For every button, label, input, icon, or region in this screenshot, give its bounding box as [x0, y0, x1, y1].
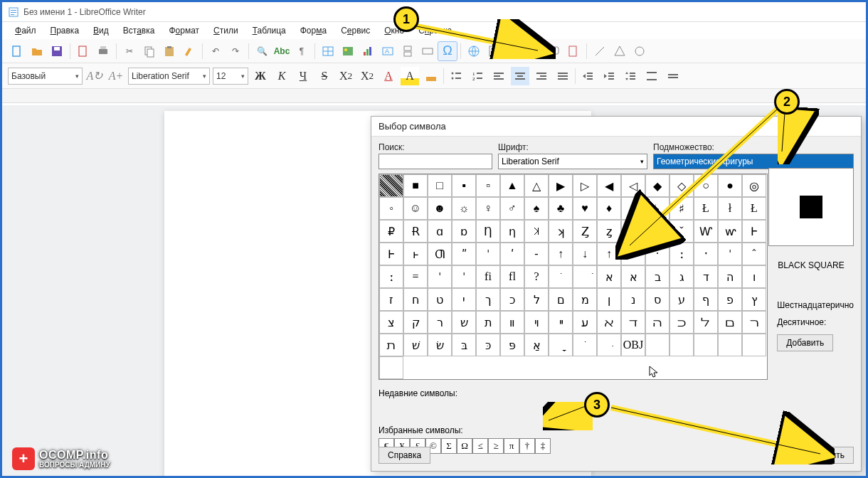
char-cell[interactable]: · — [645, 243, 669, 265]
char-cell[interactable]: ף — [694, 288, 718, 311]
char-cell[interactable]: ו — [742, 265, 766, 288]
char-cell[interactable]: ◦ — [379, 197, 403, 220]
char-cell[interactable]: ◆ — [645, 174, 669, 197]
char-cell[interactable]: OBJ — [621, 334, 645, 356]
char-cell[interactable]: fl — [500, 265, 524, 288]
char-cell[interactable]: ‐ — [524, 243, 549, 265]
char-cell[interactable]: א — [597, 265, 621, 288]
save-icon[interactable] — [48, 42, 66, 60]
menu-help[interactable]: Справка — [413, 24, 457, 37]
char-cell[interactable]: ʹ — [500, 243, 524, 265]
char-cell[interactable]: ♯ — [669, 197, 694, 220]
table-icon[interactable] — [319, 42, 337, 60]
char-cell[interactable]: ﬨ — [379, 334, 403, 356]
char-cell[interactable]: ʞ — [549, 220, 573, 243]
char-cell[interactable]: פּ — [500, 334, 524, 356]
shapes-icon[interactable] — [610, 42, 629, 60]
para-spacing-inc-icon[interactable] — [642, 67, 661, 85]
para-spacing-dec-icon[interactable] — [664, 67, 682, 85]
strike-icon[interactable]: S — [315, 67, 334, 85]
char-cell[interactable]: ƞ — [500, 220, 524, 243]
char-cell[interactable]: ﬣ — [645, 311, 669, 334]
char-cell[interactable]: ☻ — [428, 197, 452, 220]
add-favorite-button[interactable]: Добавить — [777, 334, 833, 351]
export-pdf-icon[interactable] — [74, 42, 92, 60]
bold-icon[interactable]: Ж — [251, 67, 270, 85]
italic-icon[interactable]: К — [272, 67, 291, 85]
char-cell[interactable]: ײ — [549, 311, 573, 334]
char-cell[interactable]: ױ — [524, 311, 549, 334]
char-cell[interactable]: כ — [500, 288, 524, 311]
char-cell[interactable]: נ — [621, 288, 645, 311]
special-char-icon[interactable]: Ω — [438, 42, 457, 60]
char-cell[interactable]: ﬡ — [597, 311, 621, 334]
paste-icon[interactable] — [160, 42, 179, 60]
char-cell[interactable]: ♂ — [500, 197, 524, 220]
char-cell[interactable]: ץ — [742, 288, 766, 311]
char-cell[interactable]: ך — [476, 288, 500, 311]
char-cell[interactable]: ▲ — [500, 174, 524, 197]
char-cell[interactable]: ﬥ — [694, 311, 718, 334]
char-cell[interactable]: ↑ — [597, 243, 621, 265]
char-cell[interactable]: אַ — [524, 334, 549, 356]
font-select[interactable]: Liberation Serif▾ — [498, 154, 647, 169]
textbox-icon[interactable]: A — [379, 42, 397, 60]
char-cell[interactable]: ◇ — [669, 174, 694, 197]
char-cell[interactable]: Ł — [694, 197, 718, 220]
superscript-icon[interactable]: X2 — [337, 67, 355, 85]
new-doc-icon[interactable] — [8, 42, 26, 60]
char-cell[interactable]: ʺ — [452, 243, 476, 265]
font-color-icon[interactable]: A — [379, 67, 398, 85]
char-cell[interactable]: ▶ — [549, 174, 573, 197]
char-cell[interactable]: ■ — [403, 174, 428, 197]
help-button[interactable]: Справка — [379, 447, 430, 464]
char-cell[interactable]: ˈ — [452, 265, 476, 288]
char-cell[interactable]: ׁ — [573, 265, 597, 288]
char-cell[interactable]: י — [452, 288, 476, 311]
menu-form[interactable]: Форма — [295, 24, 332, 37]
new-style-icon[interactable]: A+ — [107, 67, 125, 85]
char-cell[interactable] — [645, 334, 669, 356]
char-cell[interactable]: ָ — [549, 334, 573, 356]
char-cell[interactable]: כּ — [476, 334, 500, 356]
undo-icon[interactable]: ↶ — [206, 42, 225, 60]
char-cell[interactable]: ▪ — [452, 174, 476, 197]
char-cell[interactable]: ˈ — [718, 243, 742, 265]
field-icon[interactable] — [418, 42, 437, 60]
favorite-char[interactable]: † — [519, 438, 535, 454]
favorite-char[interactable]: Ω — [457, 438, 472, 454]
char-cell[interactable] — [694, 334, 718, 356]
search-input[interactable] — [379, 154, 492, 169]
bookmark-icon[interactable] — [504, 42, 523, 60]
line-icon[interactable] — [591, 42, 609, 60]
character-grid[interactable]: ■□▪▫▲△▶▷◀◁◆◇○●◎◦☺☻☼♀♂♠♣♥♦♪♭♯ŁłŁ₽ɌɑɒȠƞꞰʞȤ… — [379, 174, 768, 380]
hyperlink-icon[interactable] — [465, 42, 483, 60]
char-bg-icon[interactable] — [422, 67, 440, 85]
char-cell[interactable]: בּ — [452, 334, 476, 356]
font-size-combo[interactable]: 12▾ — [213, 68, 248, 85]
align-center-icon[interactable] — [511, 67, 529, 85]
paragraph-style-combo[interactable]: Базовый▾ — [8, 68, 83, 85]
char-cell[interactable]: א — [621, 265, 645, 288]
char-cell[interactable]: ח — [403, 288, 428, 311]
favorite-char[interactable]: ‡ — [535, 438, 551, 454]
char-cell[interactable]: ● — [718, 174, 742, 197]
char-cell[interactable]: Ł — [742, 197, 766, 220]
char-cell[interactable]: Ƞ — [476, 220, 500, 243]
char-cell[interactable]: ɒ — [452, 220, 476, 243]
char-cell[interactable]: ♭ — [645, 197, 669, 220]
char-cell[interactable]: ם — [549, 288, 573, 311]
char-cell[interactable]: ﬢ — [621, 311, 645, 334]
favorite-char[interactable]: Σ — [441, 438, 457, 454]
numbering-icon[interactable]: 12 — [468, 67, 487, 85]
menu-file[interactable]: Файл — [9, 24, 42, 37]
footnote-icon[interactable] — [485, 42, 503, 60]
char-cell[interactable]: ☺ — [403, 197, 428, 220]
char-cell[interactable]: ↑ — [549, 243, 573, 265]
draw-icon[interactable] — [630, 42, 649, 60]
highlight-icon[interactable]: A — [401, 67, 419, 85]
char-cell[interactable]: ת — [476, 311, 500, 334]
pilcrow-icon[interactable]: ¶ — [292, 42, 311, 60]
cut-icon[interactable]: ✂ — [120, 42, 139, 60]
char-cell[interactable]: שׂ — [428, 334, 452, 356]
